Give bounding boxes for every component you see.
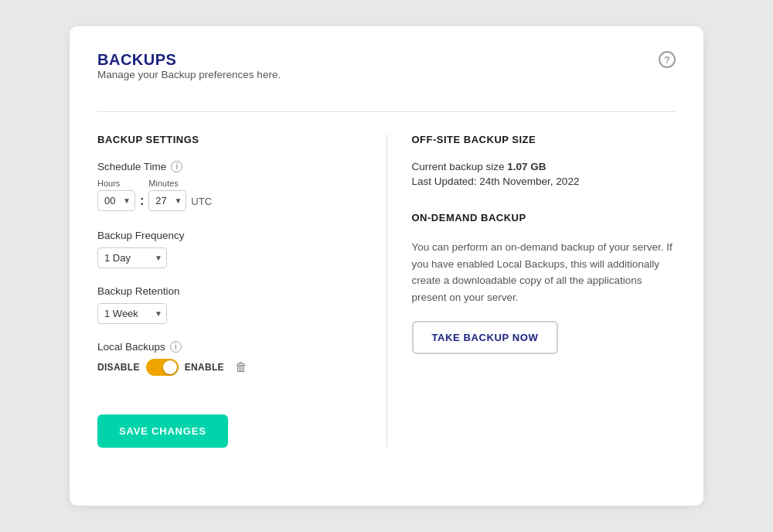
help-icon[interactable]: ?	[659, 51, 676, 68]
left-panel: BACKUP SETTINGS Schedule Time i Hours 00…	[97, 134, 362, 448]
backup-retention-group: Backup Retention 1 Week 2 Weeks 1 Month …	[97, 285, 362, 324]
backup-frequency-group: Backup Frequency 1 Day 2 Days 3 Days Wee…	[97, 230, 362, 268]
schedule-time-group: Schedule Time i Hours 00 01 02 03 04	[97, 161, 362, 211]
backup-frequency-label: Backup Frequency	[97, 230, 362, 241]
minutes-label: Minutes	[148, 179, 186, 188]
page-title: BACKUPS	[97, 51, 281, 69]
local-backups-label: Local Backups i	[97, 341, 362, 353]
card-header: BACKUPS Manage your Backup preferences h…	[97, 51, 676, 105]
hours-col: Hours 00 01 02 03 04 05 06 07	[97, 179, 135, 211]
ondemand-section: ON-DEMAND BACKUP You can perform an on-d…	[412, 212, 676, 354]
minutes-select-wrapper: 00 05 10 15 20 25 27 30 35 40 45	[148, 190, 186, 211]
page-title-group: BACKUPS Manage your Backup preferences h…	[97, 51, 281, 105]
backup-settings-title: BACKUP SETTINGS	[97, 134, 362, 145]
take-backup-button[interactable]: TAKE BACKUP NOW	[412, 321, 559, 354]
right-panel: OFF-SITE BACKUP SIZE Current backup size…	[412, 134, 676, 448]
save-changes-button[interactable]: SAVE CHANGES	[97, 414, 228, 448]
schedule-time-label: Schedule Time i	[97, 161, 362, 172]
page-subtitle: Manage your Backup preferences here.	[97, 69, 281, 80]
local-backups-group: Local Backups i DISABLE ENABLE 🗑	[97, 341, 362, 376]
hours-label: Hours	[97, 179, 135, 188]
frequency-select-wrapper: 1 Day 2 Days 3 Days Weekly ▼	[97, 247, 167, 268]
trash-icon[interactable]: 🗑	[235, 360, 247, 374]
schedule-time-info-icon[interactable]: i	[171, 161, 182, 172]
minutes-select[interactable]: 00 05 10 15 20 25 27 30 35 40 45	[148, 190, 186, 211]
enable-label: ENABLE	[185, 362, 224, 373]
hours-select-wrapper: 00 01 02 03 04 05 06 07 08 09 10	[97, 190, 135, 211]
frequency-select[interactable]: 1 Day 2 Days 3 Days Weekly	[97, 247, 167, 268]
backup-size-text: Current backup size 1.07 GB	[412, 161, 676, 172]
retention-select-wrapper: 1 Week 2 Weeks 1 Month 3 Months ▼	[97, 303, 167, 324]
toggle-thumb	[163, 360, 177, 374]
timezone-label: UTC	[191, 196, 212, 207]
disable-label: DISABLE	[97, 362, 140, 373]
local-backups-toggle-row: DISABLE ENABLE 🗑	[97, 359, 362, 376]
minutes-col: Minutes 00 05 10 15 20 25 27 30	[148, 179, 186, 211]
time-row: Hours 00 01 02 03 04 05 06 07	[97, 179, 362, 211]
retention-select[interactable]: 1 Week 2 Weeks 1 Month 3 Months	[97, 303, 167, 324]
ondemand-title: ON-DEMAND BACKUP	[412, 212, 676, 223]
time-colon: :	[138, 194, 145, 208]
backup-size-value: 1.07 GB	[507, 161, 546, 172]
header-divider	[97, 111, 676, 112]
offsite-title: OFF-SITE BACKUP SIZE	[412, 134, 676, 145]
main-card: BACKUPS Manage your Backup preferences h…	[70, 26, 703, 506]
offsite-backup-section: OFF-SITE BACKUP SIZE Current backup size…	[412, 134, 676, 187]
local-backups-toggle[interactable]	[146, 359, 179, 376]
content-grid: BACKUP SETTINGS Schedule Time i Hours 00…	[97, 134, 676, 448]
hours-select[interactable]: 00 01 02 03 04 05 06 07 08 09 10	[97, 190, 135, 211]
backup-last-updated: Last Updated: 24th November, 2022	[412, 176, 676, 187]
local-backups-info-icon[interactable]: i	[170, 341, 182, 353]
toggle-track	[146, 359, 179, 376]
backup-retention-label: Backup Retention	[97, 285, 362, 297]
vertical-divider	[386, 134, 387, 448]
ondemand-description: You can perform an on-demand backup of y…	[412, 239, 676, 305]
